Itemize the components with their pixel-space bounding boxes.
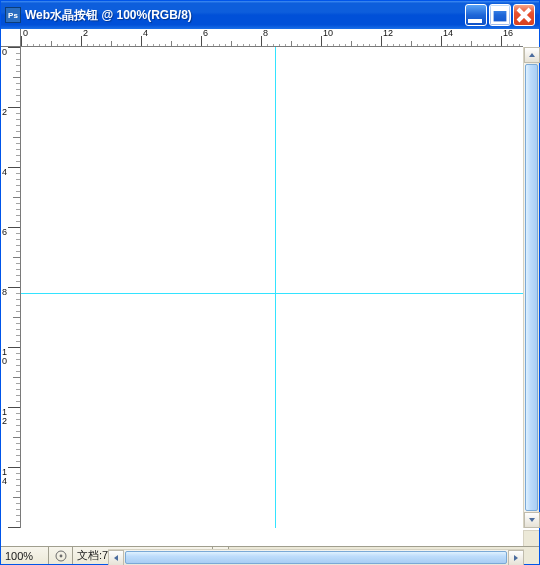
- window-controls: [463, 2, 537, 28]
- guide-vertical[interactable]: [275, 47, 276, 528]
- ruler-v-label: 10: [2, 348, 7, 366]
- ruler-h-label: 2: [83, 29, 88, 38]
- status-activity-icon: [49, 547, 73, 564]
- ruler-v-label: 4: [2, 168, 7, 177]
- ruler-horizontal[interactable]: 0246810121416: [21, 29, 523, 47]
- ruler-h-label: 14: [443, 29, 453, 38]
- ruler-h-label: 10: [323, 29, 333, 38]
- ruler-v-label: 8: [2, 288, 7, 297]
- ruler-h-label: 16: [503, 29, 513, 38]
- ruler-v-label: 2: [2, 108, 7, 117]
- svg-rect-0: [468, 19, 482, 23]
- titlebar[interactable]: Ps Web水晶按钮 @ 100%(RGB/8): [1, 1, 539, 29]
- ruler-vertical[interactable]: 0246810121416: [1, 47, 21, 528]
- canvas[interactable]: [21, 47, 523, 528]
- scroll-up-button[interactable]: [524, 47, 540, 63]
- scrollbar-horizontal[interactable]: [108, 549, 524, 565]
- app-icon: Ps: [5, 7, 21, 23]
- ruler-v-label: 0: [2, 48, 7, 57]
- scroll-thumb-vertical[interactable]: [525, 64, 538, 511]
- scroll-down-button[interactable]: [524, 512, 540, 528]
- svg-point-4: [59, 554, 62, 557]
- window-title: Web水晶按钮 @ 100%(RGB/8): [25, 7, 463, 24]
- statusbar: 100% 文档:732.4K/0 字节: [1, 546, 539, 564]
- ruler-origin[interactable]: [1, 29, 21, 47]
- document-window: Ps Web水晶按钮 @ 100%(RGB/8) 0246810121416 0…: [0, 0, 540, 565]
- ruler-h-label: 6: [203, 29, 208, 38]
- maximize-button[interactable]: [489, 4, 511, 26]
- ruler-v-label: 6: [2, 228, 7, 237]
- ruler-h-label: 4: [143, 29, 148, 38]
- scroll-left-button[interactable]: [108, 550, 124, 565]
- scrollbar-corner: [523, 530, 539, 546]
- ruler-h-label: 12: [383, 29, 393, 38]
- guide-horizontal[interactable]: [21, 293, 523, 294]
- scroll-thumb-horizontal[interactable]: [125, 551, 507, 564]
- minimize-button[interactable]: [465, 4, 487, 26]
- scroll-right-button[interactable]: [508, 550, 524, 565]
- workspace: 0246810121416 0246810121416: [1, 29, 539, 546]
- ruler-h-label: 8: [263, 29, 268, 38]
- zoom-field[interactable]: 100%: [1, 547, 49, 564]
- ruler-v-label: 12: [2, 408, 7, 426]
- ruler-v-label: 14: [2, 468, 7, 486]
- svg-rect-2: [492, 7, 508, 11]
- scrollbar-vertical[interactable]: [523, 47, 539, 528]
- close-button[interactable]: [513, 4, 535, 26]
- ruler-h-label: 0: [23, 29, 28, 38]
